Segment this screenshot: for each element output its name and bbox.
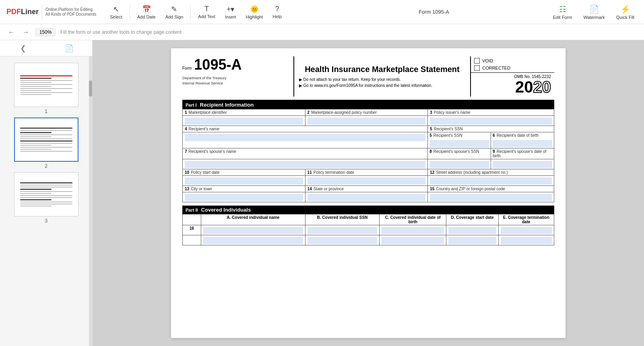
field-13-input-cell xyxy=(183,192,305,202)
row-17-start-input[interactable] xyxy=(448,237,496,244)
part2-table: A. Covered individual name B. Covered in… xyxy=(182,214,554,245)
void-corrected-block: VOID CORRECTED xyxy=(471,56,554,73)
field-13-input[interactable] xyxy=(185,194,303,201)
page-preview-lines-1 xyxy=(20,74,72,96)
form-header: Form 1095-A Department of the Treasury I… xyxy=(182,56,554,101)
row-16-col-c xyxy=(380,225,446,235)
corrected-checkbox[interactable] xyxy=(474,65,480,71)
sidebar-collapse-button[interactable]: ❮ xyxy=(0,40,46,56)
field-2-label: 2Marketplace-assigned policy number xyxy=(305,109,428,116)
row-17-name-input[interactable] xyxy=(203,237,303,244)
row-17-ssn-input[interactable] xyxy=(308,237,378,244)
row-empty-col-e xyxy=(498,235,554,245)
zoom-display: 150% xyxy=(35,28,56,36)
field-10-input[interactable] xyxy=(185,177,303,185)
row-16-end-input[interactable] xyxy=(501,227,552,234)
add-date-button[interactable]: 📅 Add Date xyxy=(133,3,160,21)
row-empty-num xyxy=(183,235,201,245)
corrected-label: CORRECTED xyxy=(482,66,510,70)
add-sign-button[interactable]: ✎ Add Sign xyxy=(161,3,188,21)
part2-header: Part II Covered Individuals xyxy=(182,206,554,214)
field-10-label: 10Policy start date xyxy=(183,169,305,176)
page-thumb-3[interactable]: 3 xyxy=(10,172,83,224)
row-16-dob-input[interactable] xyxy=(382,227,444,234)
part1-table: 1Marketplace identifier 2Marketplace-ass… xyxy=(182,109,554,202)
logo: PDFLiner Online Platform for Editing All… xyxy=(6,5,96,19)
field-8-input[interactable] xyxy=(429,161,489,168)
field-8-input-cell xyxy=(428,159,491,169)
row-16-ssn-input[interactable] xyxy=(308,227,378,234)
page-num-2: 2 xyxy=(45,163,47,169)
col-d-header: D. Coverage start date xyxy=(446,214,498,225)
highlight-button[interactable]: 🌞 Highlight xyxy=(242,3,267,21)
row-16-name-input[interactable] xyxy=(203,227,303,234)
field-2-input[interactable] xyxy=(308,117,426,125)
row-empty-col-c xyxy=(380,235,446,245)
page-preview-lines-3 xyxy=(20,181,72,208)
row-17-dob-input[interactable] xyxy=(382,237,444,244)
page-thumb-2[interactable]: 2 xyxy=(10,117,83,169)
field-7-input-cell xyxy=(183,159,428,169)
edit-form-button[interactable]: ☷ Edit Form xyxy=(550,3,576,21)
field-5-sub-label: 5Recipient's SSN xyxy=(428,132,491,138)
sidebar: ❮ 📄 xyxy=(0,40,93,346)
col-e-header: E. Coverage termination date xyxy=(498,214,554,225)
field-5-6-input-cell: 5Recipient's SSN 6Recipient's date of bi… xyxy=(428,132,554,148)
field-5-input[interactable] xyxy=(429,140,489,147)
logo-liner: Liner xyxy=(21,8,39,16)
redo-button[interactable]: → xyxy=(21,28,31,37)
sidebar-scrollbar-thumb[interactable] xyxy=(89,80,92,97)
field-1-input[interactable] xyxy=(185,117,303,125)
field-1-input-cell xyxy=(183,116,305,126)
insert-button[interactable]: +▾ Insert xyxy=(221,3,240,21)
watermark-button[interactable]: 📄 Watermark xyxy=(580,3,608,21)
add-text-button[interactable]: T Add Text xyxy=(194,3,219,21)
field-14-input-cell xyxy=(305,192,428,202)
field-3-input[interactable] xyxy=(430,117,552,125)
undo-button[interactable]: ← xyxy=(6,28,16,37)
fields-8-9-input-cell xyxy=(428,159,554,169)
col-c-header: C. Covered individual date of birth xyxy=(380,214,446,225)
field-10-input-cell xyxy=(183,176,305,186)
field-11-input[interactable] xyxy=(308,177,426,185)
field-9-input[interactable] xyxy=(493,161,552,168)
sidebar-pages-button[interactable]: 📄 xyxy=(46,40,93,56)
secondbar: ← → 150% Fill the form or use another to… xyxy=(0,24,644,40)
fields-8-9-input-subtable xyxy=(428,159,554,169)
select-button[interactable]: ↖ Select xyxy=(106,3,126,21)
field-12-label: 12Street address (including apartment no… xyxy=(428,169,554,176)
field-11-input-cell xyxy=(305,176,428,186)
row-17-end-input[interactable] xyxy=(501,237,552,244)
field-4-label: 4Recipient's name xyxy=(183,126,428,132)
field-13-label: 13City or town xyxy=(183,186,305,192)
lightning-icon: ⚡ xyxy=(620,4,630,14)
sidebar-scrollbar[interactable] xyxy=(89,56,92,346)
field-7-input[interactable] xyxy=(185,161,425,168)
field-6-input[interactable] xyxy=(493,140,552,147)
field-8-label: 8Recipient's spouse's SSN xyxy=(428,148,491,159)
row-16-col-d xyxy=(446,225,498,235)
calendar-icon: 📅 xyxy=(142,5,151,14)
page-thumb-1[interactable]: 1 xyxy=(10,63,83,114)
help-button[interactable]: ? Help xyxy=(268,3,286,21)
form-instructions: ▶ Do not attach to your tax return. Keep… xyxy=(299,76,466,89)
field-15-label: 15Country and ZIP or foreign postal code xyxy=(428,186,554,192)
field-15-input-cell xyxy=(428,192,554,202)
table-row xyxy=(183,159,554,169)
field-9-input-cell xyxy=(491,159,554,169)
logo-divider xyxy=(42,5,42,19)
field-12-input[interactable] xyxy=(430,177,552,185)
field-3-label: 3Policy issuer's name xyxy=(428,109,554,116)
omb-year-block: OMB No. 1545-2232 2020 xyxy=(471,73,554,97)
row-empty-col-b xyxy=(305,235,380,245)
void-checkbox[interactable] xyxy=(474,58,480,64)
quick-fill-button[interactable]: ⚡ Quick Fill xyxy=(613,3,638,21)
field-12-input-cell xyxy=(428,176,554,186)
topbar: PDFLiner Online Platform for Editing All… xyxy=(0,0,644,24)
field-14-input[interactable] xyxy=(308,194,426,201)
row-16-start-input[interactable] xyxy=(448,227,496,234)
field-15-input[interactable] xyxy=(430,194,552,201)
field-4-input[interactable] xyxy=(185,134,425,141)
col-a-header: A. Covered individual name xyxy=(201,214,305,225)
fields-8-9-cell: 8Recipient's spouse's SSN 9Recipient's s… xyxy=(428,148,554,159)
